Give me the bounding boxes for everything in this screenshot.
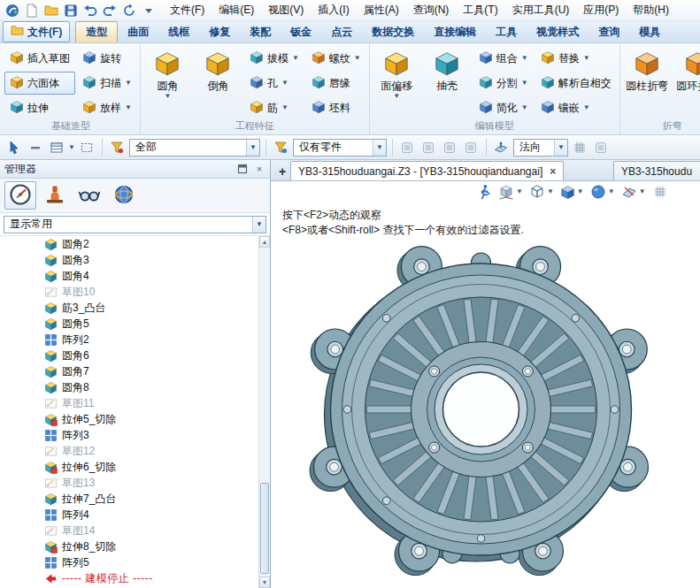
ghost-display-icon[interactable] (592, 139, 611, 157)
revolve-button[interactable]: 旋转 (77, 47, 137, 70)
sweep-button[interactable]: 扫描▼ (77, 72, 137, 95)
pick-box-icon[interactable] (441, 139, 459, 157)
menu-item[interactable]: 实用工具(U) (505, 0, 577, 20)
toroidal-bend-button[interactable]: 圆环折弯 (673, 46, 700, 120)
tree-item[interactable]: 拉伸7_凸台 (0, 491, 258, 507)
rib-button[interactable]: 筋▼ (244, 96, 304, 119)
new-tab-button[interactable]: + (274, 163, 290, 180)
ribbon-tab[interactable]: 数据交换 (362, 21, 424, 42)
tree-item[interactable]: 圆角7 (0, 363, 258, 379)
shell-button[interactable]: 抽壳 (423, 46, 472, 120)
constraint-manager-tab[interactable] (39, 181, 71, 210)
menu-item[interactable]: 插入(I) (311, 0, 356, 20)
menu-item[interactable]: 文件(F) (163, 0, 212, 20)
snap-grid-icon[interactable] (571, 139, 589, 157)
tree-item[interactable]: 圆角2 (0, 236, 258, 252)
pick-chain-icon[interactable] (419, 139, 438, 157)
menu-item[interactable]: 编辑(E) (212, 0, 261, 20)
scrollbar-thumb[interactable] (260, 483, 269, 574)
emboss-button[interactable]: 镶嵌▼ (535, 96, 617, 119)
scroll-up-icon[interactable]: ▲ (259, 236, 270, 248)
face-offset-button[interactable]: 面偏移▼ (373, 46, 421, 120)
select-arrow-icon[interactable] (4, 139, 23, 157)
section-view-button[interactable]: ▼ (621, 184, 646, 200)
tree-item[interactable]: 拉伸6_切除 (0, 459, 258, 475)
part-filter-select[interactable]: 仅有零件▼ (293, 139, 387, 157)
normal-plane-icon[interactable] (492, 139, 511, 157)
scroll-down-icon[interactable]: ▼ (259, 577, 270, 588)
tree-item[interactable]: 阵列2 (0, 332, 258, 347)
customize-arrow-icon[interactable] (139, 2, 158, 19)
tree-item[interactable]: 草图14 (0, 523, 258, 538)
extrude-button[interactable]: 拉伸 (4, 96, 75, 119)
dock-panel-icon[interactable] (236, 163, 249, 175)
menu-item[interactable]: 查询(N) (406, 0, 457, 20)
tree-item[interactable]: ----- 建模停止 ----- (0, 570, 258, 586)
filter-multi-icon[interactable] (108, 139, 127, 157)
combine-button[interactable]: 组合▼ (473, 47, 534, 70)
ribbon-tab[interactable]: 视觉样式 (527, 21, 588, 42)
close-panel-icon[interactable]: × (253, 163, 265, 175)
tree-item[interactable]: 拉伸8_切除 (0, 538, 258, 554)
tree-item[interactable]: 圆角5 (0, 316, 258, 332)
ribbon-tab[interactable]: 工具 (486, 21, 527, 42)
wireframe-display-button[interactable]: ▼ (529, 184, 554, 200)
history-manager-tab[interactable] (4, 181, 36, 210)
draft-button[interactable]: 拔模▼ (244, 47, 304, 70)
tree-item[interactable]: 圆角3 (0, 252, 258, 268)
viewport-3d[interactable]: ▼▼▼▼▼ 按下<F2>动态的观察 <F8>或者<Shift-roll> 查找下… (271, 181, 700, 588)
tree-item[interactable]: 草图11 (0, 395, 258, 411)
menu-item[interactable]: 属性(A) (357, 0, 406, 20)
shaded-display-button[interactable]: ▼ (560, 185, 584, 200)
simplify-button[interactable]: 简化▼ (473, 96, 534, 119)
thread-button[interactable]: 螺纹▼ (306, 47, 366, 70)
exit-command-button[interactable] (476, 184, 492, 200)
chamfer-button[interactable]: 倒角 (194, 46, 242, 120)
document-tab-active[interactable]: YB3-315houduangai.Z3 - [YB3-315houqiandu… (290, 161, 564, 180)
tree-item[interactable]: 草图10 (0, 284, 258, 300)
ribbon-tab[interactable]: 装配 (240, 21, 281, 42)
divide-button[interactable]: 分割▼ (473, 72, 534, 95)
layer-manager-tab[interactable] (108, 181, 140, 210)
menu-item[interactable]: 应用(P) (576, 0, 626, 20)
grid-button[interactable] (652, 184, 668, 200)
loft-button[interactable]: 放样▼ (77, 96, 137, 119)
insert-sketch-button[interactable]: 插入草图 (4, 47, 75, 70)
ribbon-tab[interactable]: 模具 (629, 21, 670, 42)
tree-item[interactable]: 阵列5 (0, 554, 258, 570)
tree-item[interactable]: 圆角4 (0, 268, 258, 284)
save-floppy-icon[interactable] (61, 2, 80, 19)
file-menu-button[interactable]: 文件(F) (3, 21, 70, 42)
ribbon-tab[interactable]: 钣金 (281, 21, 321, 42)
hole-button[interactable]: 孔▼ (244, 72, 304, 95)
pick-last-icon[interactable] (398, 139, 417, 157)
open-folder-icon[interactable] (42, 2, 60, 19)
filter-all-select[interactable]: 全部▼ (129, 139, 260, 157)
ribbon-tab[interactable]: 线框 (158, 21, 199, 42)
resolve-self-intersection-button[interactable]: 解析自相交 (535, 72, 617, 95)
menu-item[interactable]: 工具(T) (456, 0, 504, 20)
ribbon-tab[interactable]: 直接编辑 (424, 21, 486, 42)
tree-item[interactable]: 阵列3 (0, 427, 258, 443)
view-orientation-button[interactable]: ▼ (498, 184, 523, 200)
tree-scrollbar[interactable]: ▲ ▼ (258, 236, 270, 588)
tree-item[interactable]: 圆角6 (0, 347, 258, 363)
filter-part-icon[interactable] (272, 139, 290, 157)
document-tab-background[interactable]: YB3-315houdu (613, 161, 700, 180)
new-doc-icon[interactable] (22, 2, 41, 19)
ribbon-tab[interactable]: 点云 (321, 21, 362, 42)
tree-item[interactable]: 筋3_凸台 (0, 300, 258, 316)
replace-button[interactable]: 替换▼ (535, 47, 617, 70)
menu-item[interactable]: 帮助(H) (626, 0, 676, 20)
undo-arc-icon[interactable] (81, 2, 99, 19)
display-filter-select[interactable]: 显示常用 ▼ (4, 216, 266, 233)
visual-style-button[interactable]: ▼ (590, 184, 615, 200)
fillet-button[interactable]: 圆角▼ (143, 46, 192, 120)
tree-item[interactable]: 阵列4 (0, 507, 258, 523)
close-tab-icon[interactable]: × (550, 165, 556, 178)
lip-button[interactable]: 唇缘 (306, 72, 366, 95)
ribbon-tab[interactable]: 修复 (199, 21, 240, 42)
selection-list-icon[interactable] (47, 139, 65, 157)
normal-select[interactable]: 法向▼ (513, 139, 568, 157)
minus-icon[interactable] (26, 139, 44, 157)
